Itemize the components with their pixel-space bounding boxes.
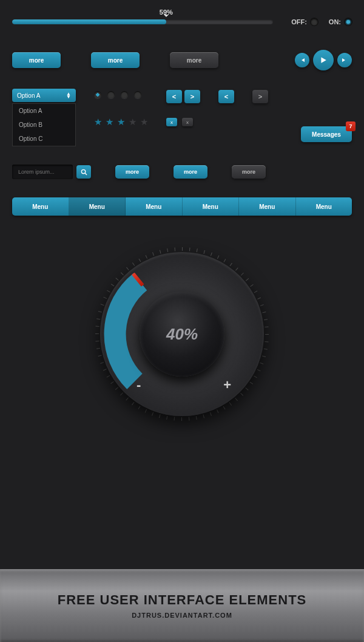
search-icon	[81, 169, 87, 176]
menu-item-1[interactable]: Menu	[12, 197, 69, 216]
svg-point-0	[81, 169, 85, 173]
dropdown-select[interactable]: Option A ▲▼	[12, 89, 76, 102]
search-input[interactable]	[12, 165, 73, 179]
more-small-1[interactable]: more	[115, 165, 149, 179]
volume-dial[interactable]: 40% - +	[94, 246, 270, 422]
star-2[interactable]: ★	[106, 117, 113, 128]
menu-item-3[interactable]: Menu	[126, 197, 183, 216]
more-button-dark[interactable]: more	[170, 52, 218, 68]
messages-label: Messages	[312, 131, 341, 138]
dropdown-option-a[interactable]: Option A	[13, 104, 75, 118]
prev-button-teal[interactable]: <	[166, 90, 182, 103]
pagination-dot-4[interactable]	[134, 91, 141, 98]
menu-bar: Menu Menu Menu Menu Menu Menu	[12, 197, 352, 216]
prev-button-split[interactable]: <	[218, 90, 234, 103]
messages-badge: 7	[346, 121, 356, 131]
progress-bar[interactable]: 59%	[12, 19, 273, 24]
next-button-split[interactable]: >	[252, 90, 268, 103]
footer-title: FREE USER INTERFACE ELEMENTS	[58, 592, 307, 608]
dial-minus[interactable]: -	[136, 377, 141, 393]
progress-label: 59%	[160, 9, 173, 16]
more-button-teal-2[interactable]: more	[91, 52, 140, 68]
toggle-on-radio[interactable]	[345, 18, 352, 26]
prev-track-button[interactable]	[295, 53, 309, 67]
play-button[interactable]	[313, 50, 334, 70]
menu-item-4[interactable]: Menu	[183, 197, 240, 216]
more-small-dark[interactable]: more	[232, 165, 266, 179]
menu-item-5[interactable]: Menu	[239, 197, 296, 216]
messages-button[interactable]: Messages 7	[301, 126, 352, 142]
more-small-2[interactable]: more	[174, 165, 207, 179]
toggle-off-label: OFF:	[291, 18, 307, 26]
chevron-updown-icon: ▲▼	[66, 92, 71, 98]
footer: FREE USER INTERFACE ELEMENTS DJTRUS.DEVI…	[0, 569, 364, 642]
close-button-teal[interactable]: x	[166, 118, 177, 126]
svg-line-1	[85, 173, 87, 175]
dial-value: 40%	[166, 325, 198, 344]
toggle-on-label: ON:	[329, 18, 341, 26]
star-4[interactable]: ★	[129, 117, 136, 128]
dropdown-selected: Option A	[17, 92, 40, 99]
dial-plus[interactable]: +	[223, 377, 231, 393]
more-button-teal-1[interactable]: more	[12, 52, 61, 68]
menu-item-2[interactable]: Menu	[69, 197, 126, 216]
menu-item-6[interactable]: Menu	[296, 197, 352, 216]
footer-subtitle: DJTRUS.DEVIANTART.COM	[132, 612, 232, 619]
dropdown-option-b[interactable]: Option B	[13, 118, 75, 132]
star-5[interactable]: ★	[140, 117, 148, 128]
search-button[interactable]	[76, 165, 91, 179]
pagination-dot-3[interactable]	[121, 91, 128, 98]
toggle-off-radio[interactable]	[311, 18, 318, 26]
close-button-dark[interactable]: x	[182, 118, 193, 126]
next-track-button[interactable]	[337, 53, 352, 67]
pagination-dot-2[interactable]	[107, 91, 115, 98]
star-1[interactable]: ★	[94, 117, 102, 128]
dropdown-option-c[interactable]: Option C	[13, 132, 75, 146]
pagination-dot-1[interactable]	[94, 91, 101, 98]
next-button-teal[interactable]: >	[184, 90, 200, 103]
star-3[interactable]: ★	[117, 117, 125, 128]
